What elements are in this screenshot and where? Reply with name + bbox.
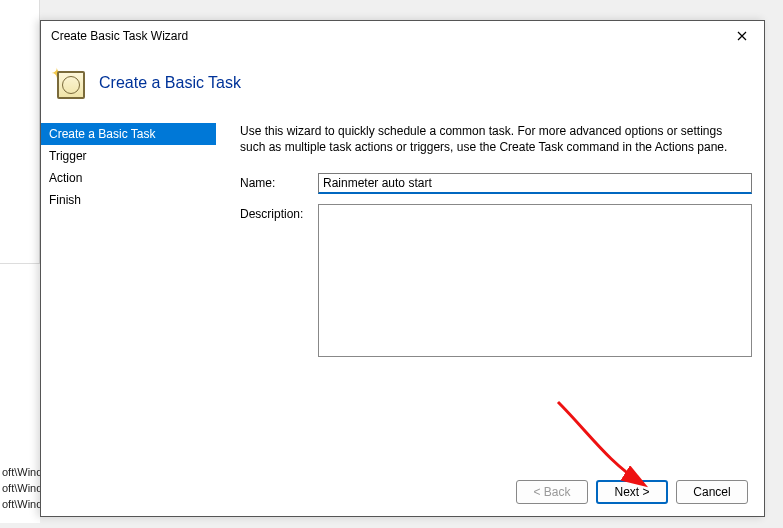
next-button[interactable]: Next >	[596, 480, 668, 504]
background-panel-top	[0, 0, 40, 263]
wizard-body: Create a Basic Task Trigger Action Finis…	[41, 123, 764, 468]
background-panel-list: oft\Wind oft\Windows\U… oft\Windows\ Fli	[0, 263, 40, 523]
page-title: Create a Basic Task	[99, 74, 241, 92]
titlebar: Create Basic Task Wizard	[41, 21, 764, 51]
name-input[interactable]	[318, 173, 752, 194]
step-finish[interactable]: Finish	[41, 189, 216, 211]
clock-icon	[57, 71, 85, 99]
back-button: < Back	[516, 480, 588, 504]
window-title: Create Basic Task Wizard	[51, 29, 728, 43]
name-row: Name:	[240, 173, 752, 194]
bg-text: oft\Windows\U…	[2, 480, 40, 496]
close-icon	[737, 31, 747, 41]
wizard-dialog: Create Basic Task Wizard ✦ Create a Basi…	[40, 20, 765, 517]
wizard-icon: ✦	[53, 67, 85, 99]
intro-text: Use this wizard to quickly schedule a co…	[240, 123, 752, 155]
wizard-footer: < Back Next > Cancel	[41, 468, 764, 516]
step-action[interactable]: Action	[41, 167, 216, 189]
name-label: Name:	[240, 173, 318, 194]
step-create-basic-task[interactable]: Create a Basic Task	[41, 123, 216, 145]
step-trigger[interactable]: Trigger	[41, 145, 216, 167]
wizard-steps-sidebar: Create a Basic Task Trigger Action Finis…	[41, 123, 216, 468]
bg-text: oft\Wind	[2, 464, 40, 480]
wizard-content: Use this wizard to quickly schedule a co…	[216, 123, 764, 468]
bg-text: oft\Windows\ Fli	[2, 496, 40, 512]
description-row: Description:	[240, 204, 752, 357]
close-button[interactable]	[728, 24, 756, 48]
wizard-header: ✦ Create a Basic Task	[41, 51, 764, 123]
cancel-button[interactable]: Cancel	[676, 480, 748, 504]
description-textarea[interactable]	[318, 204, 752, 357]
description-label: Description:	[240, 204, 318, 357]
